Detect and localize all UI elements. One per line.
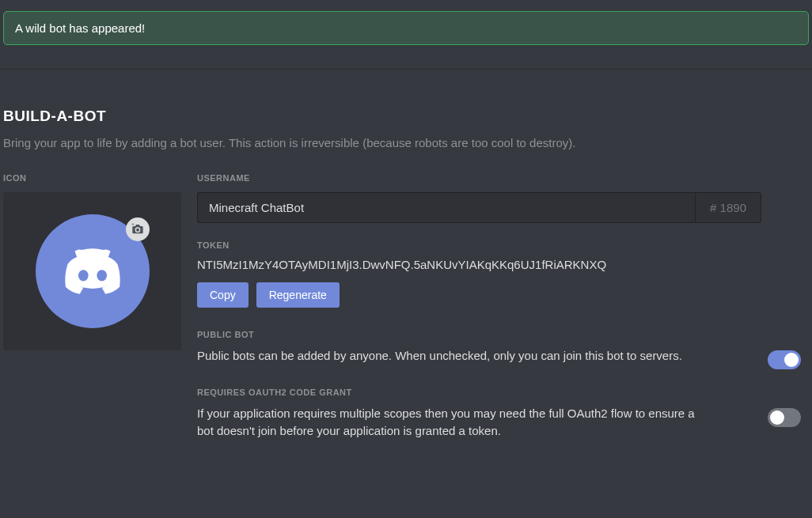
section-title: BUILD-A-BOT [3,108,809,125]
notification-text: A wild bot has appeared! [15,21,145,35]
discord-logo-icon [57,236,128,307]
token-label: TOKEN [197,240,761,250]
camera-icon: + [131,223,144,236]
section-subtitle: Bring your app to life by adding a bot u… [3,134,809,151]
icon-upload-box[interactable]: + [3,192,181,350]
username-label: USERNAME [197,173,761,183]
username-discriminator: # 1890 [695,192,761,223]
notification-bar: A wild bot has appeared! [3,11,809,45]
public-bot-label: PUBLIC BOT [197,330,761,339]
oauth-grant-label: REQUIRES OAUTH2 CODE GRANT [197,388,761,397]
toggle-knob [784,353,799,367]
bot-avatar: + [36,214,150,328]
token-value: NTI5MzI1MzY4OTAyMDI1MjI3.DwvNFQ.5aNKUvYI… [197,258,761,271]
toggle-knob [770,410,784,425]
upload-avatar-button[interactable]: + [126,217,150,241]
regenerate-button[interactable]: Regenerate [256,282,340,308]
public-bot-description: Public bots can be added by anyone. When… [197,347,761,365]
public-bot-toggle[interactable] [768,350,801,369]
oauth-grant-description: If your application requires multiple sc… [197,405,761,440]
copy-button[interactable]: Copy [197,282,249,308]
divider [0,69,812,70]
oauth-grant-toggle[interactable] [768,408,801,427]
icon-label: ICON [3,173,181,183]
username-input[interactable] [197,192,695,223]
